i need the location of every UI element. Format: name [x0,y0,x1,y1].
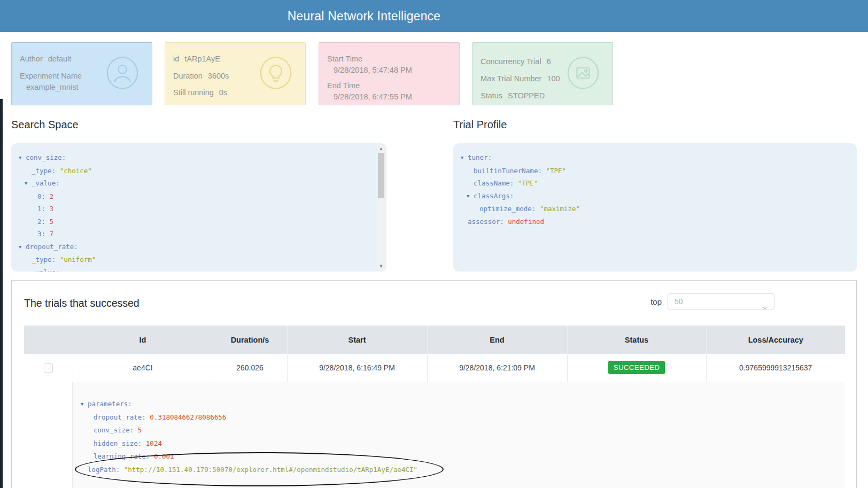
trial-profile-heading: Trial Profile [453,119,507,131]
json-row: _type: "uniform" [19,253,370,266]
json-row: conv_size: 5 [81,424,845,437]
json-value: 7 [50,230,54,238]
column-header-duration: Duration/s [213,326,287,354]
json-key: _type: [32,167,60,175]
search-space-json: ▼conv_size: _type: "choice"▼_value: 0: 2… [19,151,370,272]
collapse-arrow-icon[interactable]: ▼ [461,152,468,165]
experiment-card: Authordefault Experiment Name example_mn… [11,42,152,105]
trial-id-cell: ae4CI [73,354,213,382]
picture-icon [567,57,600,91]
concurrency-label: Concurrency Trial [480,57,541,66]
still-running-label: Still running [173,88,214,97]
json-value: "TPE" [546,167,566,175]
json-key: _value: [32,179,64,187]
trial-start-cell: 9/28/2018, 6:16:49 PM [287,354,427,382]
trials-heading: The trials that successed [24,297,140,309]
json-row: learning_rate: 0.001 [81,450,845,463]
collapse-arrow-icon[interactable]: ▼ [25,177,32,190]
chevron-down-icon [762,300,768,315]
author-value: default [48,55,72,63]
json-value: 5 [138,426,142,434]
json-key: conv_size: [26,153,70,161]
scrollbar[interactable]: ▲ ▼ [377,145,385,269]
still-running-value: 0s [219,88,227,97]
trial-loss-cell: 0.9765999913215637 [706,354,845,382]
id-value: tARp1AyE [184,55,220,63]
json-value: undefined [508,218,544,226]
start-time-label: Start Time [327,55,459,63]
scrollbar-up-icon[interactable]: ▲ [377,145,385,152]
scrollbar-down-icon[interactable]: ▼ [377,263,385,269]
screen-edge-strip [0,99,3,488]
json-key: classArgs: [474,192,518,200]
max-trial-value: 100 [547,74,560,83]
status-badge: SUCCEEDED [608,361,665,374]
concurrency-value: 6 [547,57,551,66]
json-key: assessor: [468,218,508,226]
status-label: Status [480,91,502,100]
column-header-status: Status [567,326,706,354]
column-header-loss: Loss/Accuracy [706,326,845,354]
json-row: className: "TPE" [461,177,841,190]
json-value: "TPE" [518,179,538,187]
collapse-row-button[interactable]: - [44,363,53,373]
trial-profile-panel: ▼tuner: builtinTunerName: "TPE"className… [453,143,857,272]
json-row: logPath: "http://10.151.40.179:50070/exp… [81,463,845,477]
app-title: Neural Network Intelligence [288,9,441,24]
status-card: Concurrency Trial6 Max Trial Number100 S… [472,42,613,105]
json-key: dropout_rate: [26,243,82,251]
json-key: 3: [37,230,50,238]
column-header-start: Start [287,326,427,354]
id-label: id [173,55,179,63]
duration-label: Duration [173,72,203,80]
column-header-id: Id [73,326,213,354]
search-space-heading: Search Space [11,119,79,131]
trial-status-cell: SUCCEEDED [567,354,706,382]
status-value: STOPPED [508,91,545,100]
json-row: ▼tuner: [461,151,841,165]
json-value: "uniform" [60,255,96,264]
top-selector-group: top 50 [650,293,774,309]
duration-value: 3600s [208,72,229,80]
json-row: ▼_value: [19,177,370,190]
column-header-expand [24,326,73,354]
json-row: 3: 7 [19,228,370,241]
trial-parameters-json: ▼parameters: dropout_rate: 0.31808466278… [73,382,845,488]
collapse-arrow-icon[interactable]: ▼ [25,267,32,272]
json-row: ▼parameters: [81,398,845,411]
json-row: builtinTunerName: "TPE" [461,165,841,177]
trial-duration-cell: 260.026 [213,354,287,382]
collapse-arrow-icon[interactable]: ▼ [19,152,26,165]
json-row: ▼conv_size: [19,151,370,165]
collapse-arrow-icon[interactable]: ▼ [467,190,474,203]
end-time-label: End Time [327,81,459,90]
trials-card: The trials that successed top 50 [11,280,857,488]
end-time-value: 9/28/2018, 6:47:55 PM [327,92,459,101]
collapse-arrow-icon[interactable]: ▼ [81,398,88,411]
json-row: ▼dropout_rate: [19,241,370,254]
table-row: - ae4CI 260.026 9/28/2018, 6:16:49 PM 9/… [24,354,845,382]
json-key: dropout_rate: [94,413,150,421]
json-row: _type: "choice" [19,165,370,177]
trial-profile-json: ▼tuner: builtinTunerName: "TPE"className… [461,151,841,228]
details-gutter [24,382,73,488]
json-key: logPath: [88,466,124,474]
time-card: Start Time 9/28/2018, 5:47:48 PM End Tim… [319,42,460,105]
json-row: 0: 2 [19,190,370,203]
top-select[interactable]: 50 [668,293,774,309]
lightbulb-icon [259,57,292,91]
collapse-arrow-icon[interactable]: ▼ [19,241,26,254]
json-value: "maximize" [540,205,580,213]
json-key: hidden_size: [94,439,146,447]
max-trial-label: Max Trial Number [480,74,541,83]
trial-details-area: ▼parameters: dropout_rate: 0.31808466278… [24,382,845,488]
json-value: "choice" [60,167,92,175]
table-header-row: Id Duration/s Start End Status Loss/Accu… [24,326,845,354]
json-value: 5 [50,218,54,226]
json-key: 0: [37,192,50,200]
json-row: ▼_value: [19,266,370,272]
start-time-value: 9/28/2018, 5:47:48 PM [327,66,459,74]
scrollbar-thumb[interactable] [378,153,384,198]
json-key: optimize_mode: [479,205,540,213]
json-key: _value: [32,268,64,272]
